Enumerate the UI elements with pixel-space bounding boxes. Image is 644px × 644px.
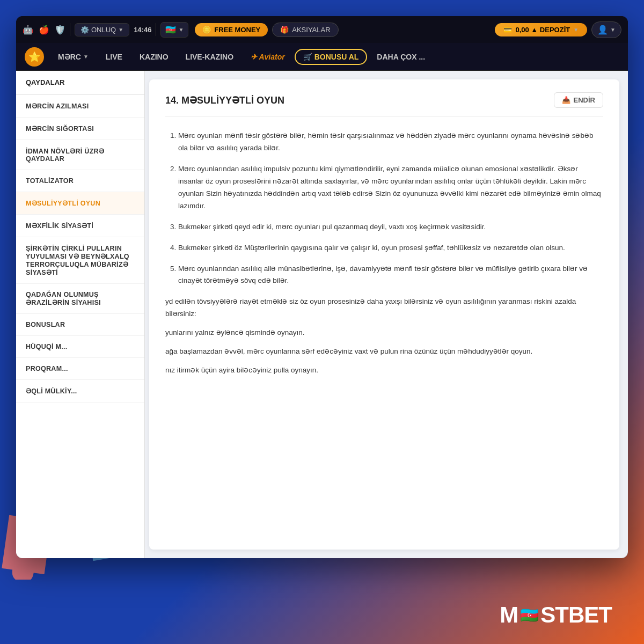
nav-live[interactable]: LIVE bbox=[98, 49, 130, 64]
onluq-label: ONLUQ bbox=[91, 26, 116, 34]
cart-icon: 🛒 bbox=[303, 53, 312, 61]
paragraph: yunlarını yalnız əyləncə qismində oynayı… bbox=[165, 327, 603, 339]
star-icon: ⭐ bbox=[28, 51, 40, 63]
chevron-down-icon-3: ▼ bbox=[573, 27, 579, 33]
user-icon: 👤 bbox=[597, 25, 608, 35]
nav-daha-cox[interactable]: DAHA ÇOX ... bbox=[369, 49, 433, 64]
mostbet-text-before: M bbox=[500, 602, 518, 628]
aksiyalar-label: AKSIYALAR bbox=[292, 26, 330, 34]
mostbet-flag-icon: 🇦🇿 bbox=[519, 605, 539, 625]
main-content: QAYDALAR MƏRCİN AZILMASI MƏRCİN SIĞORTAS… bbox=[16, 71, 628, 558]
content-title: 14. MƏSULİYYƏTLİ OYUN bbox=[165, 94, 284, 106]
browser-window: 🤖 🍎 🛡️ ⚙️ ONLUQ ▼ 14:46 🇦🇿 ▼ 🪙 FREE MONE… bbox=[16, 16, 628, 558]
sidebar-item-mexfilik[interactable]: MƏXFİLİK SİYASƏTİ bbox=[16, 215, 144, 237]
sidebar-item-huquqi[interactable]: HÜQUQİ M... bbox=[16, 336, 144, 358]
settings-icon: ⚙️ bbox=[80, 26, 89, 34]
chevron-merc: ▼ bbox=[83, 54, 89, 60]
content-body: Mərc oyunları mənfi təsir göstərə bilər,… bbox=[165, 130, 603, 377]
gift-icon: 🎁 bbox=[280, 26, 289, 34]
endir-label: ENDİR bbox=[574, 96, 595, 104]
nav-kazino[interactable]: KAZINO bbox=[132, 49, 176, 64]
nav-aviator-label: ✈ Aviator bbox=[251, 53, 285, 61]
apple-icon[interactable]: 🍎 bbox=[39, 25, 49, 35]
sidebar-item-mesuliyyet[interactable]: MƏSULİYYƏTLİ OYUN bbox=[16, 192, 144, 215]
sidebar-item-totalizator[interactable]: TOTALİZATOR bbox=[16, 170, 144, 192]
paragraph: yd edilən tövsiyyələrə riayət etməklə si… bbox=[165, 296, 603, 320]
nav-live-kazino[interactable]: LIVE-KAZINO bbox=[178, 49, 241, 64]
list-item: Mərc oyunlarından asılılıq ailə münasibə… bbox=[178, 263, 603, 288]
chevron-down-icon: ▼ bbox=[118, 27, 123, 33]
wallet-icon: 💳 bbox=[503, 26, 512, 34]
nav-logo[interactable]: ⭐ bbox=[25, 47, 44, 67]
free-money-button[interactable]: 🪙 FREE MONEY bbox=[195, 23, 268, 36]
sidebar-item-eqli[interactable]: ƏQLİ MÜLKİY... bbox=[16, 380, 144, 402]
content-panel[interactable]: 14. MƏSULİYYƏTLİ OYUN 📥 ENDİR Mərc oyunl… bbox=[149, 79, 619, 550]
content-header: 14. MƏSULİYYƏTLİ OYUN 📥 ENDİR bbox=[165, 92, 603, 117]
chevron-down-icon-2: ▼ bbox=[178, 27, 184, 33]
nav-merc-label: MƏRC bbox=[58, 53, 81, 61]
shield-icon[interactable]: 🛡️ bbox=[55, 25, 65, 35]
sidebar-item-bonuslar[interactable]: BONUSLAR bbox=[16, 314, 144, 336]
download-icon: 📥 bbox=[562, 96, 570, 104]
endir-button[interactable]: 📥 ENDİR bbox=[554, 92, 603, 108]
list-item: Bukmeker şirkəti öz Müştərilərinin qaygı… bbox=[178, 242, 603, 254]
nav-bonusu-al-label: BONUSU AL bbox=[314, 53, 359, 61]
nav-live-kazino-label: LIVE-KAZINO bbox=[186, 53, 233, 61]
nav-kazino-label: KAZINO bbox=[140, 53, 169, 61]
user-button[interactable]: 👤 ▼ bbox=[591, 21, 621, 38]
aksiyalar-button[interactable]: 🎁 AKSIYALAR bbox=[272, 23, 338, 37]
mostbet-text-after: STBET bbox=[540, 602, 612, 628]
free-money-label: FREE MONEY bbox=[214, 26, 260, 34]
nav-merc[interactable]: MƏRC ▼ bbox=[50, 49, 96, 64]
mostbet-logo: M 🇦🇿 STBET bbox=[500, 602, 612, 628]
list-item: Mərc oyunlarından asılılıq impulsiv pozu… bbox=[178, 163, 603, 213]
sidebar-item-qadagan[interactable]: QADAĞAN OLUNMUŞ ƏRAZİLƏRİN SİYAHISI bbox=[16, 284, 144, 314]
sidebar-item-idman[interactable]: İDMAN NÖVLƏRİ ÜZRƏ QAYDALAR bbox=[16, 140, 144, 170]
chevron-down-icon-4: ▼ bbox=[610, 27, 616, 33]
paragraph: nız itirmək üçün ayira biləcəyiniz pulla… bbox=[165, 364, 603, 377]
flag-icon: 🇦🇿 bbox=[165, 25, 176, 35]
android-icon[interactable]: 🤖 bbox=[23, 25, 33, 35]
onluq-button[interactable]: ⚙️ ONLUQ ▼ bbox=[75, 23, 129, 36]
language-selector[interactable]: 🇦🇿 ▼ bbox=[160, 22, 188, 38]
nav-daha-cox-label: DAHA ÇOX ... bbox=[377, 53, 425, 61]
sidebar-item-merce-azilmasi[interactable]: MƏRCİN AZILMASI bbox=[16, 95, 144, 118]
top-bar: 🤖 🍎 🛡️ ⚙️ ONLUQ ▼ 14:46 🇦🇿 ▼ 🪙 FREE MONE… bbox=[16, 16, 628, 43]
coin-icon: 🪙 bbox=[202, 26, 211, 34]
sidebar-item-cirkli-pullar[interactable]: ŞİRKƏTİN ÇİRKLİ PULLARIN YUYULMASI VƏ BE… bbox=[16, 237, 144, 284]
sidebar-item-proqram[interactable]: PROQRAM... bbox=[16, 358, 144, 380]
nav-bonusu-al[interactable]: 🛒 BONUSU AL bbox=[295, 49, 368, 65]
divider-2 bbox=[156, 23, 156, 36]
divider-1 bbox=[70, 23, 70, 36]
sidebar-item-merc-sigorta[interactable]: MƏRCİN SIĞORTASI bbox=[16, 118, 144, 140]
platform-icons: 🤖 🍎 🛡️ bbox=[23, 25, 65, 35]
depozit-button[interactable]: 💳 0,00 ▲ DEPOZİT ▼ bbox=[495, 23, 587, 36]
list-item: Mərc oyunları mənfi təsir göstərə bilər,… bbox=[178, 130, 603, 155]
paragraph: ağa başlamazdan əvvəl, mərc oyunlarına s… bbox=[165, 346, 603, 358]
sidebar-title: QAYDALAR bbox=[16, 71, 144, 95]
sidebar: QAYDALAR MƏRCİN AZILMASI MƏRCİN SIĞORTAS… bbox=[16, 71, 145, 558]
nav-live-label: LIVE bbox=[106, 53, 122, 61]
nav-aviator[interactable]: ✈ Aviator bbox=[243, 49, 292, 64]
nav-bar: ⭐ MƏRC ▼ LIVE KAZINO LIVE-KAZINO ✈ Aviat… bbox=[16, 43, 628, 71]
list-item: Bukmeker şirkəti qeyd edir ki, mərc oyun… bbox=[178, 221, 603, 233]
depozit-label: 0,00 ▲ DEPOZİT bbox=[515, 26, 570, 34]
time-display: 14:46 bbox=[134, 26, 151, 34]
